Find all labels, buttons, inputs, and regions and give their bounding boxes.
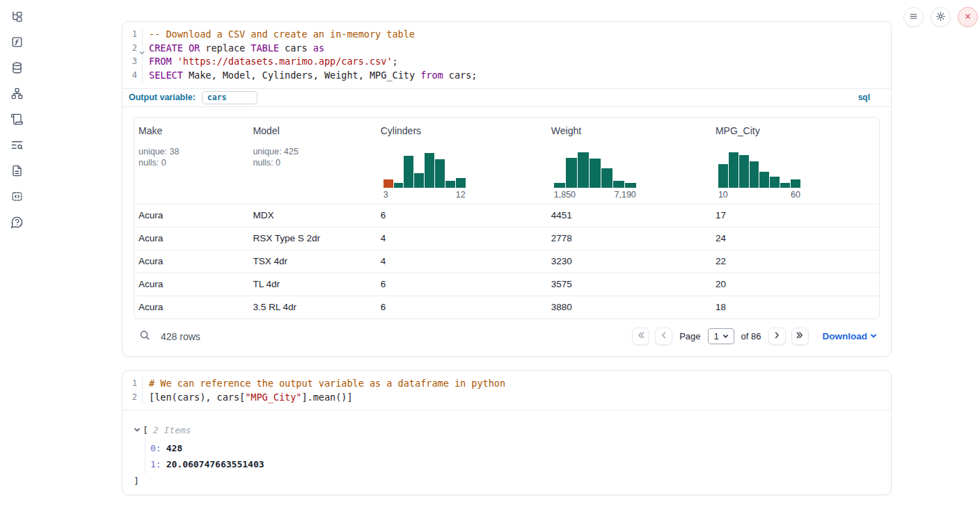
tree-entries: 0:4281:20.060747663551403	[145, 438, 880, 474]
table-cell: Acura	[134, 279, 248, 289]
first-page-button[interactable]	[632, 328, 649, 345]
document-icon	[10, 164, 24, 179]
code-text: # We can reference the output variable a…	[142, 377, 891, 391]
search-icon[interactable]	[139, 330, 150, 343]
histogram-bar[interactable]	[750, 161, 759, 188]
code-line[interactable]: 2CREATE OR replace TABLE cars as	[122, 42, 891, 56]
close-icon	[963, 11, 973, 24]
sql-cell-output: Makeunique: 38nulls: 0Modelunique: 425nu…	[122, 107, 891, 351]
sidebar-item-snippets[interactable]	[9, 191, 24, 204]
code-line[interactable]: 2[len(cars), cars["MPG_City"].mean()]	[122, 391, 891, 405]
histogram-min-label: 1,850	[554, 190, 576, 200]
histogram-bar[interactable]	[590, 159, 601, 188]
table-cell: Acura	[134, 233, 248, 243]
histogram-bar[interactable]	[770, 177, 780, 188]
histogram-bar[interactable]	[566, 158, 577, 188]
code-text: [len(cars), cars["MPG_City"].mean()]	[142, 391, 891, 405]
chevrons-right-icon	[796, 331, 804, 341]
table-row[interactable]: AcuraMDX6445117	[134, 204, 879, 227]
column-header-mpg_city[interactable]: MPG_City1060	[711, 118, 879, 204]
code-text: CREATE OR replace TABLE cars as	[142, 42, 891, 56]
collapse-chevron-icon[interactable]	[134, 423, 143, 438]
last-page-button[interactable]	[791, 328, 809, 345]
column-stats: unique: 38nulls: 0	[139, 146, 248, 169]
code-line[interactable]: 1-- Download a CSV and create an in-memo…	[122, 28, 891, 42]
histogram-bar[interactable]	[404, 156, 413, 188]
histogram-bar[interactable]	[384, 179, 393, 187]
text-search-icon	[10, 138, 24, 154]
histogram-bar[interactable]	[554, 183, 565, 188]
histogram-bar[interactable]	[414, 173, 424, 188]
column-histogram: 1060	[718, 150, 800, 200]
code-text: SELECT Make, Model, Cylinders, Weight, M…	[142, 69, 891, 83]
tree-items-count: 2 Items	[153, 423, 191, 438]
prev-page-button[interactable]	[655, 328, 672, 345]
table-row[interactable]: AcuraTL 4dr6357520	[134, 273, 879, 296]
page-select[interactable]: 1	[708, 328, 734, 344]
histogram-bar[interactable]	[613, 181, 624, 188]
histogram-bar[interactable]	[445, 181, 455, 188]
chevron-down-icon	[722, 331, 729, 341]
language-badge[interactable]: sql	[858, 92, 870, 102]
histogram-bar[interactable]	[780, 183, 790, 188]
tree-entry-key: 0	[150, 443, 156, 453]
column-stats: unique: 425nulls: 0	[253, 146, 376, 169]
table-cell: 3230	[547, 256, 711, 266]
table-cell: Acura	[134, 210, 248, 220]
histogram-bar[interactable]	[456, 178, 466, 188]
sidebar-item-functions[interactable]	[9, 36, 24, 50]
next-page-button[interactable]	[768, 328, 786, 345]
shutdown-button[interactable]	[958, 7, 978, 27]
histogram-bar[interactable]	[578, 152, 589, 188]
histogram-bar[interactable]	[739, 155, 749, 188]
column-header-model[interactable]: Modelunique: 425nulls: 0	[248, 118, 376, 204]
table-cell: Acura	[134, 302, 248, 312]
histogram-bar[interactable]	[435, 159, 445, 188]
column-header-make[interactable]: Makeunique: 38nulls: 0	[134, 118, 248, 204]
network-icon	[10, 87, 24, 102]
sidebar-item-file-explorer[interactable]	[9, 10, 24, 24]
histogram-bar[interactable]	[729, 152, 738, 188]
settings-button[interactable]	[931, 7, 951, 27]
histogram-bar[interactable]	[601, 168, 612, 188]
histogram-bar[interactable]	[718, 164, 728, 187]
table-cell: TSX 4dr	[248, 256, 376, 266]
sidebar-item-documentation[interactable]	[9, 165, 24, 179]
chevron-down-icon	[870, 331, 877, 341]
tree-entry[interactable]: 1:20.060747663551403	[145, 456, 880, 472]
histogram-bar[interactable]	[759, 172, 769, 188]
histogram-bar[interactable]	[625, 183, 636, 188]
page-select-value: 1	[714, 331, 719, 341]
tree-entry[interactable]: 0:428	[145, 440, 880, 456]
sidebar-item-dependency-graph[interactable]	[9, 88, 24, 102]
table-cell: 3575	[547, 279, 711, 289]
table-row[interactable]: AcuraTSX 4dr4323022	[134, 250, 879, 273]
help-bubble-icon	[10, 216, 24, 231]
histogram-bar[interactable]	[791, 179, 800, 187]
code-line[interactable]: 1# We can reference the output variable …	[122, 377, 891, 391]
tree-open-bracket: [	[143, 423, 148, 438]
histogram-bar[interactable]	[394, 183, 404, 188]
output-variable-input[interactable]	[202, 91, 258, 104]
table-row[interactable]: AcuraRSX Type S 2dr4277824	[134, 227, 879, 250]
table-cell: 20	[711, 279, 879, 289]
sidebar-item-scratchpad[interactable]	[9, 113, 24, 127]
line-number: 1	[122, 28, 142, 42]
histogram-bar[interactable]	[425, 153, 434, 188]
topbar-actions	[903, 7, 978, 27]
code-line[interactable]: 4SELECT Make, Model, Cylinders, Weight, …	[122, 69, 891, 83]
code-line[interactable]: 3FROM 'https://datasets.marimo.app/cars.…	[122, 55, 891, 69]
table-header: Makeunique: 38nulls: 0Modelunique: 425nu…	[134, 118, 879, 204]
column-header-weight[interactable]: Weight1,8507,190	[547, 118, 711, 204]
sql-code-editor[interactable]: 1-- Download a CSV and create an in-memo…	[122, 22, 891, 88]
menu-button[interactable]	[903, 7, 924, 27]
sidebar-item-help[interactable]	[9, 216, 24, 230]
python-cell: 1# We can reference the output variable …	[122, 370, 892, 495]
download-button[interactable]: Download	[823, 331, 878, 341]
column-header-cylinders[interactable]: Cylinders312	[377, 118, 547, 204]
sidebar-item-datasources[interactable]	[9, 62, 24, 76]
table-row[interactable]: Acura3.5 RL 4dr6388018	[134, 296, 879, 319]
table-footer: 428 rows Page 1 of 86	[134, 322, 880, 351]
sidebar-item-logs[interactable]	[9, 139, 24, 153]
python-code-editor[interactable]: 1# We can reference the output variable …	[122, 371, 891, 410]
